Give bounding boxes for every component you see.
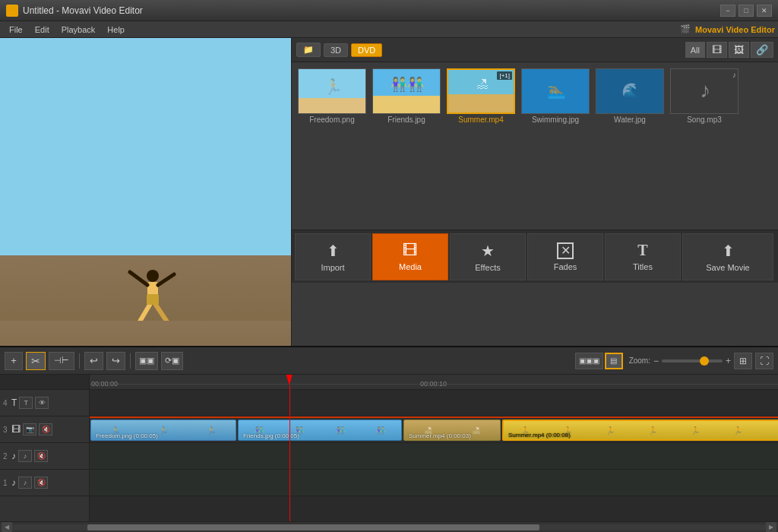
track-1-mute-btn[interactable]: 🔇: [34, 477, 48, 489]
menu-help[interactable]: Help: [101, 24, 131, 36]
thumb-summer-image: 🏖 [+1]: [447, 68, 515, 114]
media-item-freedom[interactable]: 🏃 Freedom.png: [298, 68, 366, 124]
friends-preview: 👫👫: [373, 69, 441, 114]
track-3-num: 3: [3, 426, 9, 434]
clip-friends[interactable]: 👫👫👫👫 Friends.jpg (0:00:05): [238, 420, 402, 441]
3d-button[interactable]: 3D: [324, 43, 348, 57]
titles-button[interactable]: T Titles: [605, 233, 681, 280]
media-label: Media: [399, 262, 422, 271]
timeline-tracks-area: 00:00:00 00:00:10 🏃🏃🏃: [90, 375, 778, 521]
media-grid: 🏃 Freedom.png 👫👫 Friends.jpg: [292, 62, 778, 230]
friends-clip-label: Friends.jpg (0:00:05): [240, 432, 302, 439]
track-4-eye-btn[interactable]: 👁: [35, 397, 49, 409]
time-ruler: 00:00:00 00:00:10: [90, 375, 778, 390]
menubar: File Edit Playback Help 🎬 Movavi Video E…: [0, 21, 778, 38]
track-3-cam-btn[interactable]: 📷: [23, 423, 36, 435]
audio-badge: ♪: [732, 71, 736, 79]
clip-freedom[interactable]: 🏃🏃🏃 Freedom.png (0:00:05): [90, 420, 236, 441]
zoom-slider[interactable]: [662, 359, 723, 363]
ruler-ticks: [90, 384, 778, 390]
summer-label: Summer.mp4: [447, 116, 515, 124]
track-2-note-btn[interactable]: ♪: [18, 450, 32, 462]
undo-button[interactable]: ↩: [84, 352, 103, 370]
thumb-water-image: 🌊: [596, 68, 664, 114]
frame-button[interactable]: ▣▣: [135, 352, 158, 370]
app-icon: [6, 5, 18, 17]
toolbar-separator-1: [79, 353, 80, 369]
summer2-clip-label: Summer.mp4 (0:00:08): [505, 432, 574, 439]
track-row-2: [90, 443, 778, 470]
svg-line-5: [156, 305, 168, 323]
logo-area: 🎬 Movavi Video Editor: [680, 24, 775, 34]
zoom-plus[interactable]: +: [726, 356, 731, 366]
filter-video-button[interactable]: 🎞: [707, 42, 727, 58]
filter-all-button[interactable]: All: [685, 42, 705, 58]
media-item-friends[interactable]: 👫👫 Friends.jpg: [372, 68, 441, 124]
horizontal-scrollbar[interactable]: ◀ ▶: [0, 521, 778, 532]
fit-button[interactable]: ⊞: [734, 353, 752, 369]
fades-icon: ✕: [557, 242, 574, 259]
media-item-summer[interactable]: 🏖 [+1] Summer.mp4: [447, 68, 515, 124]
scrollbar-right-arrow[interactable]: ▶: [766, 522, 776, 533]
scrollbar-thumb[interactable]: [87, 524, 539, 530]
svg-line-3: [158, 274, 174, 285]
freedom-clip-label: Freedom.png (0:00:05): [93, 432, 161, 439]
svg-point-0: [147, 270, 159, 282]
fullscreen-button[interactable]: ⛶: [755, 353, 773, 369]
folder-button[interactable]: 📁: [296, 43, 321, 57]
song-preview: ♪: [671, 68, 738, 114]
media-item-swimming[interactable]: 🏊 Swimming.jpg: [521, 68, 590, 124]
track-label-1: 1 ♪ ♪ 🔇: [0, 470, 89, 496]
rotate-button[interactable]: ⟳▣: [161, 352, 183, 370]
close-button[interactable]: ✕: [757, 5, 772, 17]
fades-button[interactable]: ✕ Fades: [527, 233, 603, 280]
svg-line-2: [130, 272, 147, 285]
media-icon: 🎞: [403, 242, 418, 259]
filter-link-button[interactable]: 🔗: [751, 42, 773, 58]
track-4-text-btn[interactable]: T: [19, 397, 33, 409]
track-2-mute-btn[interactable]: 🔇: [34, 450, 48, 462]
track-label-3: 3 🎞 📷 🔇: [0, 416, 89, 443]
view-timeline-button[interactable]: ▤: [605, 353, 623, 369]
save-label: Save Movie: [706, 263, 749, 272]
timeline-content: 4 T T 👁 3 🎞 📷 🔇 2 ♪ ♪ 🔇 1: [0, 375, 778, 521]
save-movie-button[interactable]: ⬆ Save Movie: [682, 233, 773, 280]
cut-button[interactable]: ✂: [26, 352, 46, 370]
track-row-3: 🏃🏃🏃 Freedom.png (0:00:05) 👫👫👫👫 Friends.j…: [90, 416, 778, 443]
media-button[interactable]: 🎞 Media: [372, 233, 448, 280]
video-badge: [+1]: [497, 71, 512, 80]
summer1-clip-label: Summer.mp4 (0:00:03): [406, 432, 474, 439]
scrollbar-track[interactable]: [12, 524, 766, 530]
scrollbar-left-arrow[interactable]: ◀: [2, 522, 12, 533]
split-button[interactable]: ⊣⊢: [49, 352, 74, 370]
clip-summer2-selected[interactable]: 🏃🏃🏃🏃🏃🏃🏃🏃 Summer.mp4 (0:00:08): [502, 420, 778, 441]
add-track-button[interactable]: +: [5, 352, 23, 370]
track-1-note-btn[interactable]: ♪: [18, 477, 32, 489]
track-1-icon: ♪: [11, 477, 16, 488]
menu-file[interactable]: File: [3, 24, 29, 36]
red-track-marker: [90, 416, 778, 418]
maximize-button[interactable]: □: [738, 5, 754, 17]
zoom-minus[interactable]: −: [653, 356, 659, 366]
dvd-button[interactable]: DVD: [351, 43, 382, 57]
filter-image-button[interactable]: 🖼: [729, 42, 749, 58]
zoom-thumb: [700, 356, 709, 366]
track-row-4: [90, 390, 778, 416]
menu-playback[interactable]: Playback: [55, 24, 102, 36]
effects-button[interactable]: ★ Effects: [450, 233, 526, 280]
track-3-icon: 🎞: [11, 424, 21, 435]
action-buttons: ⬆ Import 🎞 Media ★ Effects ✕ Fades T Tit…: [292, 230, 778, 283]
svg-text:🏖: 🏖: [476, 78, 489, 90]
track-3-mute-btn[interactable]: 🔇: [39, 423, 52, 435]
redo-button[interactable]: ↪: [106, 352, 125, 370]
zoom-label: Zoom:: [629, 356, 650, 365]
clip-summer1[interactable]: 🏖🏖 Summer.mp4 (0:00:03): [403, 420, 501, 441]
window-controls: − □ ✕: [720, 5, 772, 17]
media-item-water[interactable]: 🌊 Water.jpg: [596, 68, 664, 124]
menu-edit[interactable]: Edit: [29, 24, 55, 36]
import-button[interactable]: ⬆ Import: [295, 233, 371, 280]
minimize-button[interactable]: −: [720, 5, 735, 17]
media-item-song[interactable]: ♪ ♪ Song.mp3: [670, 68, 738, 124]
view-storyboard-button[interactable]: ▣▣▣: [575, 353, 603, 369]
save-icon: ⬆: [722, 242, 735, 260]
